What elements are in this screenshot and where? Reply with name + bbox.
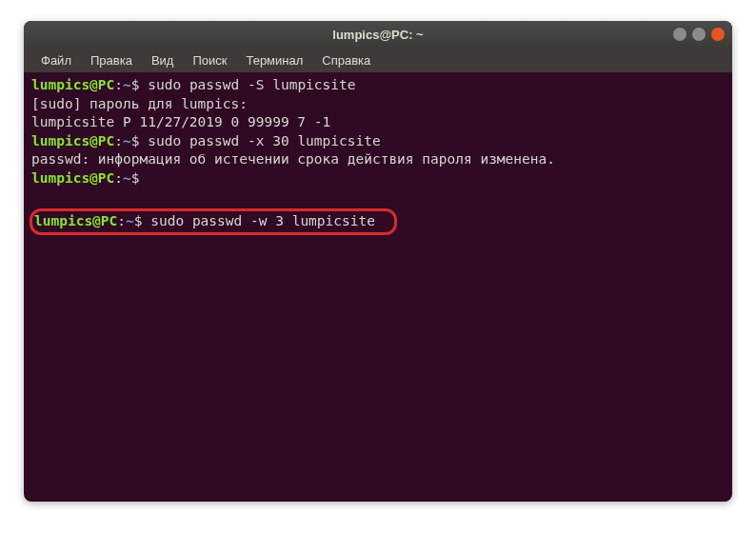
- window-controls: [673, 28, 725, 41]
- menubar: Файл Правка Вид Поиск Терминал Справка: [24, 48, 732, 72]
- menu-terminal[interactable]: Терминал: [238, 51, 310, 69]
- prompt-path: ~: [126, 213, 134, 228]
- prompt-sep: :: [114, 133, 123, 148]
- prompt-sep: :: [114, 170, 123, 186]
- command-text: sudo passwd -w 3 lumpicsite: [143, 213, 375, 228]
- blurred-command: [140, 170, 414, 186]
- prompt-user: lumpics@PC: [31, 133, 114, 148]
- maximize-button[interactable]: [692, 28, 706, 41]
- prompt-sep: :: [114, 77, 123, 92]
- minimize-button[interactable]: [673, 28, 686, 41]
- prompt-path: ~: [123, 133, 131, 148]
- terminal-line: passwd: информация об истечении срока де…: [31, 150, 725, 169]
- menu-help[interactable]: Справка: [314, 51, 378, 69]
- titlebar[interactable]: lumpics@PC: ~: [24, 21, 732, 48]
- prompt-user: lumpics@PC: [31, 170, 114, 186]
- menu-edit[interactable]: Правка: [83, 51, 140, 69]
- prompt-dollar: $: [131, 77, 140, 92]
- prompt-dollar: $: [131, 170, 140, 186]
- terminal-line: lumpicsite P 11/27/2019 0 99999 7 -1: [31, 113, 725, 132]
- window-title: lumpics@PC: ~: [332, 28, 423, 42]
- terminal-line: lumpics@PC:~$ sudo passwd -w 3 lumpicsit…: [34, 213, 375, 228]
- highlighted-command-row: lumpics@PC:~$ sudo passwd -w 3 lumpicsit…: [30, 208, 397, 235]
- prompt-user: lumpics@PC: [31, 77, 114, 92]
- terminal-window: lumpics@PC: ~ Файл Правка Вид Поиск Терм…: [24, 21, 732, 502]
- prompt-dollar: $: [131, 133, 140, 148]
- terminal-line: lumpics@PC:~$: [31, 169, 725, 188]
- prompt-path: ~: [123, 170, 131, 186]
- prompt-sep: :: [117, 213, 126, 228]
- terminal-line: lumpics@PC:~$ sudo passwd -S lumpicsite: [31, 76, 725, 95]
- command-text: sudo passwd -S lumpicsite: [140, 77, 356, 92]
- prompt-user: lumpics@PC: [34, 213, 117, 228]
- blurred-line: [31, 188, 725, 207]
- menu-view[interactable]: Вид: [144, 51, 182, 69]
- terminal-line: [sudo] пароль для lumpics:: [31, 95, 725, 114]
- terminal-body[interactable]: lumpics@PC:~$ sudo passwd -S lumpicsite …: [24, 72, 732, 239]
- command-text: sudo passwd -x 30 lumpicsite: [140, 133, 381, 148]
- menu-search[interactable]: Поиск: [185, 51, 234, 69]
- terminal-line: lumpics@PC:~$ sudo passwd -x 30 lumpicsi…: [31, 132, 725, 151]
- close-button[interactable]: [711, 28, 725, 41]
- menu-file[interactable]: Файл: [33, 51, 79, 69]
- prompt-path: ~: [123, 77, 131, 92]
- prompt-dollar: $: [134, 213, 143, 228]
